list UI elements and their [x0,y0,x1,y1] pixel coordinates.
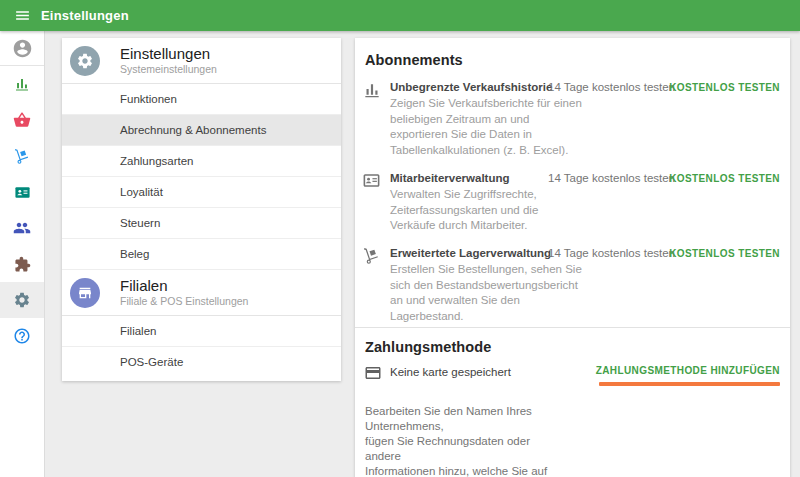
nav-item-beleg[interactable]: Beleg [62,239,341,270]
subscription-row-advanced-inventory: Erweitertete Lagerverwaltung Erstellen S… [365,246,780,325]
app-bar-title: Einstellungen [41,8,129,23]
nav-item-filialen[interactable]: Filialen [62,316,341,347]
page-background: Einstellungen Systemeinstellungen Funkti… [45,31,800,477]
subscriptions-heading: Abonnements [365,38,780,70]
nav-item-zahlungsarten[interactable]: Zahlungsarten [62,146,341,177]
settings-nav-title: Einstellungen [120,45,217,63]
nav-item-loyalitaet[interactable]: Loyalität [62,177,341,208]
rail-item-account[interactable] [0,31,44,65]
hand-truck-icon [362,246,381,265]
trial-period-text: 14 Tage kostenlos testen [548,247,675,259]
settings-avatar [70,46,100,76]
settings-icon [13,291,31,309]
reports-icon [13,75,31,93]
puzzle-icon [14,256,31,273]
billing-info-row: Bearbeiten Sie den Namen Ihres Unternehm… [365,404,780,477]
hamburger-menu-icon[interactable] [13,7,31,25]
free-trial-button[interactable]: KOSTENLOS TESTEN [669,248,780,259]
rail-item-settings[interactable] [0,282,44,318]
items-icon [13,111,31,129]
subscription-description: Verwalten Sie Zugriffsrechte, Zeiterfass… [390,187,602,234]
tutorial-highlight-bar [599,382,780,386]
settings-nav-header: Einstellungen Systemeinstellungen [62,38,341,84]
stores-avatar [70,278,100,308]
bar-chart-icon [362,80,382,100]
stores-nav-subtitle: Filiale & POS Einstellungen [120,295,248,308]
subscriptions-card: Abonnements Unbegrenzte Verkaufshistorie… [355,38,790,477]
trial-period-text: 14 Tage kostenlos testen [548,81,675,93]
subscription-row-employee-management: Mitarbeiterverwaltung Verwalten Sie Zugr… [365,171,780,234]
card-status-text: Keine karte gespeichert [390,363,511,378]
stores-nav-title: Filialen [120,277,248,295]
customers-people-icon [13,219,31,237]
subscription-description: Zeigen Sie Verkaufsberichte für einen be… [390,96,602,159]
add-payment-method-button[interactable]: ZAHLUNGSMETHODE HINZUFÜGEN [596,365,780,376]
rail-item-reports[interactable] [0,66,44,102]
hand-truck-icon [13,147,31,165]
rail-item-integrations[interactable] [0,246,44,282]
rail-item-help[interactable] [0,318,44,354]
gear-icon [76,52,94,70]
rail-item-items[interactable] [0,102,44,138]
help-icon [13,327,31,345]
stores-nav-header: Filialen Filiale & POS Einstellungen [62,270,341,316]
billing-note-text: Bearbeiten Sie den Namen Ihres Unternehm… [365,404,560,477]
nav-item-abrechnung-abonnements[interactable]: Abrechnung & Abonnements [62,115,341,146]
settings-nav-card: Einstellungen Systemeinstellungen Funkti… [62,38,341,381]
credit-card-icon [364,364,382,382]
trial-period-text: 14 Tage kostenlos testen [548,172,675,184]
payment-method-heading: Zahlungsmethode [365,328,780,356]
store-icon [77,285,93,301]
account-icon [12,38,33,59]
free-trial-button[interactable]: KOSTENLOS TESTEN [669,82,780,93]
icon-rail [0,31,45,477]
free-trial-button[interactable]: KOSTENLOS TESTEN [669,173,780,184]
payment-method-row: Keine karte gespeichert ZAHLUNGSMETHODE … [365,362,780,386]
app-bar: Einstellungen [0,0,800,31]
subscription-row-sales-history: Unbegrenzte Verkaufshistorie Zeigen Sie … [365,80,780,159]
rail-item-customers[interactable] [0,210,44,246]
nav-item-funktionen[interactable]: Funktionen [62,84,341,115]
rail-item-inventory[interactable] [0,138,44,174]
settings-nav-subtitle: Systemeinstellungen [120,63,217,76]
employees-badge-icon [14,184,31,201]
nav-item-steuern[interactable]: Steuern [62,208,341,239]
nav-item-pos-geraete[interactable]: POS-Geräte [62,347,341,378]
rail-item-employees[interactable] [0,174,44,210]
subscription-description: Erstellen Sie Bestellungen, sehen Sie si… [390,262,602,325]
add-payment-method-wrap: ZAHLUNGSMETHODE HINZUFÜGEN [596,365,780,386]
contact-card-icon [362,171,381,190]
